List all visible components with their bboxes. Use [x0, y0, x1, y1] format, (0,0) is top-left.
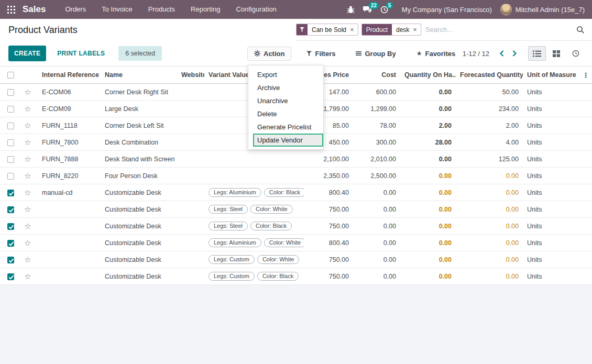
search-input[interactable] — [424, 25, 572, 34]
app-name[interactable]: Sales — [23, 4, 46, 15]
filters-button[interactable]: Filters — [303, 49, 338, 58]
cell-quantity-on-hand: 0.00 — [400, 218, 456, 235]
row-favorite-cell: ☆ — [20, 184, 38, 201]
row-checkbox[interactable] — [7, 223, 14, 230]
table-row[interactable]: ☆Customizable DeskLegs: SteelColor: Whit… — [0, 201, 592, 218]
favorite-star-icon[interactable]: ☆ — [24, 87, 31, 97]
cell-variant-values: Legs: AluminiumColor: White — [204, 235, 304, 251]
view-list-button[interactable] — [528, 46, 546, 61]
action-menu-item-archive[interactable]: Archive — [248, 81, 323, 94]
cell-options — [578, 268, 592, 285]
user-menu[interactable]: Mitchell Admin (15e_7) — [500, 4, 585, 15]
favorite-star-icon[interactable]: ☆ — [24, 205, 31, 214]
search-facet-product-desk[interactable]: Product desk × — [361, 24, 421, 36]
row-checkbox[interactable] — [7, 206, 14, 213]
cell-cost: 0.00 — [353, 251, 400, 268]
search-icon[interactable] — [575, 26, 586, 34]
table-row[interactable]: ☆Customizable DeskLegs: CustomColor: Whi… — [0, 251, 592, 268]
favorite-star-icon[interactable]: ☆ — [24, 272, 31, 281]
facet-remove-button[interactable]: × — [348, 26, 358, 34]
action-menu-item-delete[interactable]: Delete — [248, 107, 323, 120]
favorite-star-icon[interactable]: ☆ — [24, 104, 31, 114]
column-options-icon[interactable]: ⋮ — [578, 67, 592, 84]
action-menu-item-unarchive[interactable]: Unarchive — [248, 94, 323, 107]
column-header-quantity-on-hand[interactable]: Quantity On Ha... — [400, 67, 456, 84]
table-row[interactable]: ☆FURN_7888Desk Stand with Screen2,100.00… — [0, 151, 592, 168]
table-row[interactable]: ☆Customizable DeskLegs: CustomColor: Bla… — [0, 268, 592, 285]
row-checkbox[interactable] — [7, 240, 14, 247]
action-menu-item-generate-pricelist[interactable]: Generate Pricelist — [248, 120, 323, 134]
row-checkbox[interactable] — [7, 106, 14, 113]
row-select-cell — [0, 268, 20, 285]
nav-menu-item-reporting[interactable]: Reporting — [183, 0, 228, 19]
row-checkbox[interactable] — [7, 139, 14, 146]
cell-options — [578, 201, 592, 218]
favorite-star-icon[interactable]: ☆ — [24, 188, 31, 197]
nav-menu-item-products[interactable]: Products — [140, 0, 183, 19]
debug-button[interactable] — [347, 6, 355, 14]
activities-button[interactable]: 5 — [380, 6, 388, 14]
cell-cost: 0.00 — [353, 235, 400, 251]
cell-quantity-on-hand: 0.00 — [400, 235, 456, 251]
apps-menu-button[interactable] — [6, 5, 16, 15]
table-row[interactable]: ☆Customizable DeskLegs: AluminiumColor: … — [0, 235, 592, 251]
table-row[interactable]: ☆manual-cdCustomizable DeskLegs: Alumini… — [0, 184, 592, 201]
cell-unit-of-measure: Units — [523, 184, 578, 201]
row-checkbox[interactable] — [7, 257, 14, 263]
favorite-star-icon[interactable]: ☆ — [24, 171, 31, 181]
column-header-forecasted-quantity[interactable]: Forecasted Quantity — [456, 67, 523, 84]
row-favorite-cell: ☆ — [20, 201, 38, 218]
favorite-star-icon[interactable]: ☆ — [24, 155, 31, 164]
row-select-cell — [0, 134, 20, 151]
row-checkbox[interactable] — [7, 273, 14, 280]
pager-previous-button[interactable] — [498, 49, 506, 58]
column-header-cost[interactable]: Cost — [353, 67, 400, 84]
page-title: Product Variants — [8, 25, 78, 36]
column-header-unit-of-measure[interactable]: Unit of Measure — [523, 67, 578, 84]
cell-website — [177, 117, 204, 134]
cell-internal-reference — [38, 268, 101, 285]
row-checkbox[interactable] — [7, 173, 14, 180]
column-header-website[interactable]: Website — [177, 67, 204, 84]
nav-menu-item-configuration[interactable]: Configuration — [228, 0, 284, 19]
column-header-name[interactable]: Name — [101, 67, 177, 84]
row-checkbox[interactable] — [7, 190, 14, 196]
company-switcher[interactable]: My Company (San Francisco) — [402, 6, 492, 14]
pager-range[interactable]: 1-12 / 12 — [463, 50, 489, 58]
messages-button[interactable]: 22 — [363, 6, 372, 14]
cell-internal-reference — [38, 251, 101, 268]
view-activity-button[interactable] — [567, 46, 585, 61]
cell-options — [578, 151, 592, 168]
table-row[interactable]: ☆Customizable DeskLegs: SteelColor: Blac… — [0, 218, 592, 235]
favorite-star-icon[interactable]: ☆ — [24, 121, 31, 130]
create-button[interactable]: CREATE — [8, 46, 46, 61]
group-by-button[interactable]: Group By — [353, 49, 399, 58]
action-menu-item-update-vendor[interactable]: Update Vendor — [253, 134, 323, 147]
cell-options — [578, 117, 592, 134]
favorite-star-icon[interactable]: ☆ — [24, 138, 31, 147]
favorite-star-icon[interactable]: ☆ — [24, 222, 31, 231]
row-checkbox[interactable] — [7, 89, 14, 96]
print-labels-button[interactable]: PRINT LABELS — [54, 49, 108, 58]
select-all-checkbox[interactable] — [7, 72, 14, 79]
column-header-internal-reference[interactable]: Internal Reference — [38, 67, 101, 84]
action-button[interactable]: Action — [247, 47, 291, 61]
top-navbar: Sales OrdersTo InvoiceProductsReportingC… — [0, 0, 592, 19]
favorite-column-header — [20, 67, 38, 84]
cell-name: Customizable Desk — [101, 251, 177, 268]
table-row[interactable]: ☆FURN_8220Four Person Desk2,350.002,500.… — [0, 168, 592, 184]
favorite-star-icon[interactable]: ☆ — [24, 255, 31, 264]
action-menu-item-export[interactable]: Export — [248, 68, 323, 81]
row-favorite-cell: ☆ — [20, 117, 38, 134]
facet-remove-button[interactable]: × — [411, 26, 421, 34]
pager-next-button[interactable] — [510, 49, 519, 58]
row-select-cell — [0, 201, 20, 218]
nav-menu-item-to-invoice[interactable]: To Invoice — [94, 0, 140, 19]
view-kanban-button[interactable] — [547, 46, 565, 61]
favorite-star-icon[interactable]: ☆ — [24, 238, 31, 248]
favorites-button[interactable]: ★ Favorites — [413, 49, 459, 58]
row-checkbox[interactable] — [7, 123, 14, 129]
row-checkbox[interactable] — [7, 156, 14, 163]
nav-menu-item-orders[interactable]: Orders — [57, 0, 94, 19]
search-facet-can-be-sold[interactable]: Can be Sold × — [296, 24, 358, 36]
